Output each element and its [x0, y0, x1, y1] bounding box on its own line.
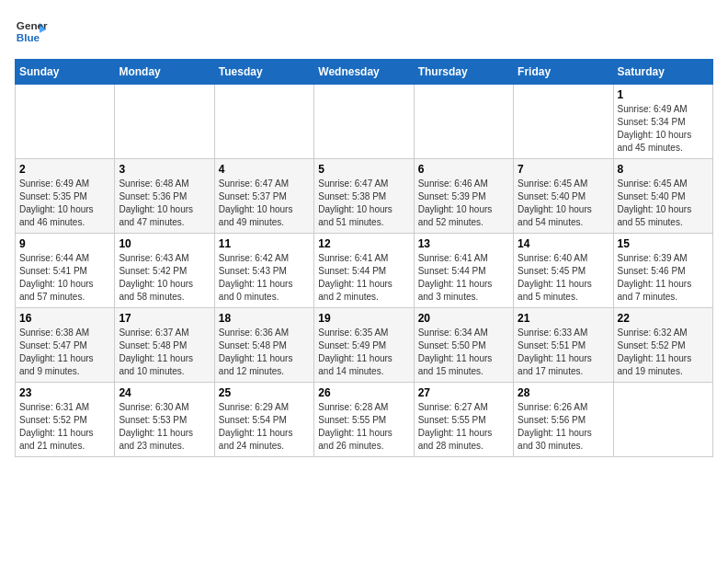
calendar-cell: 10Sunrise: 6:43 AM Sunset: 5:42 PM Dayli… [115, 234, 214, 308]
day-number: 25 [219, 386, 310, 399]
day-number: 22 [618, 312, 709, 325]
calendar-cell: 16Sunrise: 6:38 AM Sunset: 5:47 PM Dayli… [16, 308, 115, 383]
calendar-cell: 8Sunrise: 6:45 AM Sunset: 5:40 PM Daylig… [613, 159, 712, 234]
weekday-monday: Monday [115, 60, 214, 85]
day-number: 5 [318, 163, 409, 176]
day-info: Sunrise: 6:33 AM Sunset: 5:51 PM Dayligh… [518, 327, 609, 378]
day-info: Sunrise: 6:35 AM Sunset: 5:49 PM Dayligh… [318, 327, 409, 378]
calendar-cell: 22Sunrise: 6:32 AM Sunset: 5:52 PM Dayli… [613, 308, 712, 383]
week-row-5: 23Sunrise: 6:31 AM Sunset: 5:52 PM Dayli… [16, 383, 713, 457]
weekday-saturday: Saturday [613, 60, 712, 85]
day-number: 21 [518, 312, 609, 325]
day-info: Sunrise: 6:46 AM Sunset: 5:39 PM Dayligh… [418, 178, 509, 229]
header: General Blue [15, 15, 713, 48]
day-info: Sunrise: 6:43 AM Sunset: 5:42 PM Dayligh… [119, 252, 210, 304]
weekday-friday: Friday [514, 60, 613, 85]
calendar-cell: 18Sunrise: 6:36 AM Sunset: 5:48 PM Dayli… [214, 308, 313, 383]
logo: General Blue [15, 15, 48, 48]
calendar-cell: 4Sunrise: 6:47 AM Sunset: 5:37 PM Daylig… [214, 159, 313, 234]
calendar-cell: 21Sunrise: 6:33 AM Sunset: 5:51 PM Dayli… [514, 308, 613, 383]
day-number: 15 [618, 237, 709, 250]
day-number: 9 [19, 237, 110, 250]
day-info: Sunrise: 6:41 AM Sunset: 5:44 PM Dayligh… [318, 252, 409, 304]
calendar-cell [214, 85, 313, 159]
calendar-cell: 1Sunrise: 6:49 AM Sunset: 5:34 PM Daylig… [613, 85, 712, 159]
day-info: Sunrise: 6:41 AM Sunset: 5:44 PM Dayligh… [418, 252, 509, 304]
weekday-header-row: SundayMondayTuesdayWednesdayThursdayFrid… [16, 60, 713, 85]
calendar-cell [16, 85, 115, 159]
day-number: 6 [418, 163, 509, 176]
day-info: Sunrise: 6:49 AM Sunset: 5:35 PM Dayligh… [19, 178, 110, 229]
calendar-cell: 12Sunrise: 6:41 AM Sunset: 5:44 PM Dayli… [314, 234, 414, 308]
day-number: 19 [318, 312, 409, 325]
day-info: Sunrise: 6:28 AM Sunset: 5:55 PM Dayligh… [318, 401, 409, 453]
weekday-wednesday: Wednesday [314, 60, 414, 85]
day-info: Sunrise: 6:37 AM Sunset: 5:48 PM Dayligh… [119, 327, 210, 378]
week-row-4: 16Sunrise: 6:38 AM Sunset: 5:47 PM Dayli… [16, 308, 713, 383]
day-info: Sunrise: 6:38 AM Sunset: 5:47 PM Dayligh… [19, 327, 110, 378]
calendar-cell: 25Sunrise: 6:29 AM Sunset: 5:54 PM Dayli… [214, 383, 313, 457]
calendar-cell: 24Sunrise: 6:30 AM Sunset: 5:53 PM Dayli… [115, 383, 214, 457]
day-number: 10 [119, 237, 210, 250]
day-number: 18 [219, 312, 310, 325]
calendar-cell: 20Sunrise: 6:34 AM Sunset: 5:50 PM Dayli… [414, 308, 513, 383]
day-info: Sunrise: 6:45 AM Sunset: 5:40 PM Dayligh… [518, 178, 609, 229]
calendar-cell: 7Sunrise: 6:45 AM Sunset: 5:40 PM Daylig… [514, 159, 613, 234]
day-info: Sunrise: 6:47 AM Sunset: 5:37 PM Dayligh… [219, 178, 310, 229]
day-number: 2 [19, 163, 110, 176]
day-number: 8 [618, 163, 709, 176]
day-number: 28 [518, 386, 609, 399]
day-number: 3 [119, 163, 210, 176]
day-number: 16 [19, 312, 110, 325]
calendar-cell: 6Sunrise: 6:46 AM Sunset: 5:39 PM Daylig… [414, 159, 513, 234]
calendar-cell: 14Sunrise: 6:40 AM Sunset: 5:45 PM Dayli… [514, 234, 613, 308]
day-info: Sunrise: 6:39 AM Sunset: 5:46 PM Dayligh… [618, 252, 709, 304]
day-number: 20 [418, 312, 509, 325]
calendar-cell: 9Sunrise: 6:44 AM Sunset: 5:41 PM Daylig… [16, 234, 115, 308]
day-info: Sunrise: 6:36 AM Sunset: 5:48 PM Dayligh… [219, 327, 310, 378]
calendar-cell: 2Sunrise: 6:49 AM Sunset: 5:35 PM Daylig… [16, 159, 115, 234]
day-number: 1 [618, 88, 709, 101]
calendar-cell [414, 85, 513, 159]
svg-text:Blue: Blue [17, 31, 40, 43]
weekday-thursday: Thursday [414, 60, 513, 85]
day-info: Sunrise: 6:49 AM Sunset: 5:34 PM Dayligh… [618, 103, 709, 155]
day-number: 13 [418, 237, 509, 250]
day-number: 26 [318, 386, 409, 399]
calendar-cell: 3Sunrise: 6:48 AM Sunset: 5:36 PM Daylig… [115, 159, 214, 234]
day-info: Sunrise: 6:27 AM Sunset: 5:55 PM Dayligh… [418, 401, 509, 453]
calendar-cell: 17Sunrise: 6:37 AM Sunset: 5:48 PM Dayli… [115, 308, 214, 383]
weekday-sunday: Sunday [16, 60, 115, 85]
week-row-2: 2Sunrise: 6:49 AM Sunset: 5:35 PM Daylig… [16, 159, 713, 234]
day-number: 23 [19, 386, 110, 399]
day-number: 11 [219, 237, 310, 250]
day-info: Sunrise: 6:45 AM Sunset: 5:40 PM Dayligh… [618, 178, 709, 229]
day-info: Sunrise: 6:32 AM Sunset: 5:52 PM Dayligh… [618, 327, 709, 378]
calendar-cell [115, 85, 214, 159]
day-info: Sunrise: 6:40 AM Sunset: 5:45 PM Dayligh… [518, 252, 609, 304]
day-number: 14 [518, 237, 609, 250]
day-number: 12 [318, 237, 409, 250]
day-number: 17 [119, 312, 210, 325]
day-info: Sunrise: 6:34 AM Sunset: 5:50 PM Dayligh… [418, 327, 509, 378]
calendar-cell: 28Sunrise: 6:26 AM Sunset: 5:56 PM Dayli… [514, 383, 613, 457]
calendar-cell: 15Sunrise: 6:39 AM Sunset: 5:46 PM Dayli… [613, 234, 712, 308]
calendar-cell: 19Sunrise: 6:35 AM Sunset: 5:49 PM Dayli… [314, 308, 414, 383]
calendar-cell: 11Sunrise: 6:42 AM Sunset: 5:43 PM Dayli… [214, 234, 313, 308]
day-info: Sunrise: 6:29 AM Sunset: 5:54 PM Dayligh… [219, 401, 310, 453]
day-info: Sunrise: 6:26 AM Sunset: 5:56 PM Dayligh… [518, 401, 609, 453]
day-info: Sunrise: 6:47 AM Sunset: 5:38 PM Dayligh… [318, 178, 409, 229]
calendar-cell: 13Sunrise: 6:41 AM Sunset: 5:44 PM Dayli… [414, 234, 513, 308]
calendar-cell: 27Sunrise: 6:27 AM Sunset: 5:55 PM Dayli… [414, 383, 513, 457]
logo-icon: General Blue [15, 15, 48, 48]
calendar-table: SundayMondayTuesdayWednesdayThursdayFrid… [15, 59, 713, 457]
day-number: 24 [119, 386, 210, 399]
day-number: 7 [518, 163, 609, 176]
day-info: Sunrise: 6:31 AM Sunset: 5:52 PM Dayligh… [19, 401, 110, 453]
week-row-1: 1Sunrise: 6:49 AM Sunset: 5:34 PM Daylig… [16, 85, 713, 159]
day-number: 27 [418, 386, 509, 399]
day-info: Sunrise: 6:44 AM Sunset: 5:41 PM Dayligh… [19, 252, 110, 304]
day-number: 4 [219, 163, 310, 176]
calendar-cell [613, 383, 712, 457]
calendar-cell [314, 85, 414, 159]
